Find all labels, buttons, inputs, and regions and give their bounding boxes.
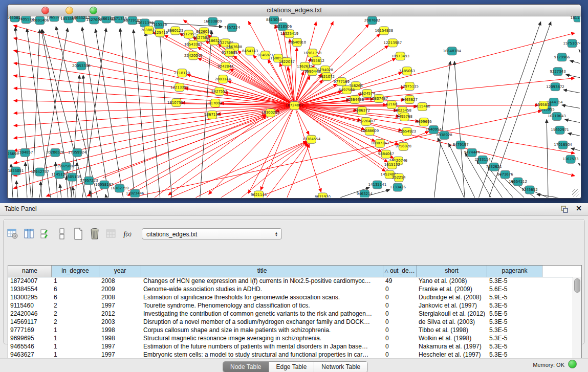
table-cell: 0	[383, 310, 417, 318]
table-row[interactable]: 1872400712008Changes of HCN gene express…	[8, 277, 573, 285]
svg-text:8671920: 8671920	[315, 195, 331, 198]
table-cell: Structural magnetic resonance image aver…	[141, 334, 383, 342]
delete-column-icon[interactable]	[89, 227, 101, 240]
svg-text:9463214: 9463214	[357, 192, 373, 196]
table-cell: Stergiakouli et al. (2012)	[417, 310, 487, 318]
svg-text:9245652: 9245652	[522, 188, 538, 192]
table-row[interactable]: 1938455462009Genome-wide association stu…	[8, 285, 573, 293]
svg-text:1125419: 1125419	[152, 31, 168, 35]
table-panel-header: Table Panel ✕	[0, 203, 588, 216]
table-cell: 9115460	[8, 301, 52, 310]
table-settings-icon[interactable]	[7, 227, 19, 240]
tab-node-table[interactable]: Node Table	[223, 362, 269, 372]
table-cell: 1	[52, 277, 99, 285]
svg-text:17359924: 17359924	[68, 150, 86, 155]
svg-text:16033809: 16033809	[204, 19, 222, 24]
table-vertical-scrollbar[interactable]	[573, 277, 581, 358]
table-cell: 1	[52, 351, 99, 358]
table-row[interactable]: 969969511998Structural magnetic resonanc…	[8, 334, 573, 342]
table-row[interactable]: 946554611997Estimation of the future num…	[8, 342, 573, 351]
table-cell: 9777169	[8, 326, 52, 334]
svg-text:9899695: 9899695	[416, 120, 432, 124]
column-header-title[interactable]: title	[141, 266, 383, 277]
column-header-short[interactable]: short	[417, 266, 487, 277]
svg-text:19975887: 19975887	[57, 164, 75, 168]
column-header-in_degree[interactable]: in_degree	[52, 266, 99, 277]
column-header-pagerank[interactable]: pagerank	[487, 266, 542, 277]
svg-text:10807487: 10807487	[370, 97, 388, 101]
table-row[interactable]: 1830029562008Estimation of significance …	[8, 293, 573, 301]
table-cell: Corpus callosum shape and size in male p…	[141, 326, 383, 334]
window-title: citations_edges.txt	[267, 6, 322, 14]
svg-text:1811306: 1811306	[570, 16, 580, 20]
close-panel-icon[interactable]: ✕	[576, 204, 582, 212]
svg-text:10654112: 10654112	[509, 180, 527, 184]
column-header-out_de[interactable]: △out_de…	[383, 266, 417, 277]
svg-text:20206576: 20206576	[46, 150, 64, 155]
svg-text:14135141: 14135141	[368, 183, 387, 187]
table-cell: 9465546	[8, 342, 52, 351]
svg-text:7955812: 7955812	[309, 59, 324, 63]
table-panel: Table Panel ✕	[0, 203, 588, 372]
table-cell: Wolkin et al. (1998)	[417, 334, 487, 342]
memory-status-label: Memory: OK	[533, 362, 564, 368]
svg-text:9621143: 9621143	[251, 193, 267, 197]
zoom-window-button[interactable]	[90, 7, 97, 14]
svg-text:3624574: 3624574	[359, 92, 376, 96]
close-window-button[interactable]	[41, 7, 49, 14]
citation-network-graph[interactable]: 1872400716408542405572206914061965371185…	[8, 16, 580, 198]
svg-text:2933114: 2933114	[475, 158, 491, 162]
window-titlebar[interactable]: citations_edges.txt	[8, 5, 581, 16]
network-canvas[interactable]: 1872400716408542405572206914061965371185…	[8, 16, 580, 198]
network-view-window: citations_edges.txt 18724007164085424055…	[7, 4, 581, 199]
svg-text:16543382: 16543382	[184, 42, 203, 47]
table-cell: 1	[52, 326, 99, 334]
table-row[interactable]: 1456911722003Disruption of a novel membe…	[8, 318, 573, 326]
svg-text:15751074: 15751074	[563, 41, 580, 46]
row-height-icon[interactable]	[56, 227, 68, 240]
svg-text:1615132: 1615132	[384, 163, 400, 167]
memory-ok-indicator[interactable]	[568, 360, 577, 368]
svg-text:16154838: 16154838	[375, 29, 394, 33]
table-cell: 5.3E-5	[487, 318, 542, 326]
table-cell: 49	[383, 277, 417, 285]
svg-text:7515526: 7515526	[151, 23, 167, 27]
table-row[interactable]: 977716911998Corpus callosum shape and si…	[8, 326, 573, 334]
sort-indicator-icon: △	[384, 268, 388, 274]
svg-text:12213399: 12213399	[170, 85, 189, 90]
table-cell: 2003	[99, 318, 141, 326]
svg-text:6794028: 6794028	[317, 68, 333, 72]
svg-text:10025458: 10025458	[394, 108, 412, 113]
table-cell: Hescheler et al. (1997)	[417, 351, 487, 358]
svg-text:8226058: 8226058	[196, 30, 212, 34]
table-row[interactable]: 2242004622012Investigating the contribut…	[8, 310, 573, 318]
svg-text:10973493: 10973493	[391, 54, 410, 58]
svg-text:19654923: 19654923	[398, 129, 417, 134]
svg-text:8454743: 8454743	[242, 49, 258, 53]
table-cell: 2	[52, 310, 99, 318]
table-cell: Tourette syndrome. Phenomenology and cla…	[141, 301, 383, 310]
column-visibility-icon[interactable]	[23, 227, 35, 240]
scrollbar-thumb[interactable]	[574, 278, 580, 293]
select-rows-icon[interactable]	[39, 227, 52, 240]
column-header-name[interactable]: name	[8, 266, 52, 277]
table-row[interactable]: 911546021997Tourette syndrome. Phenomeno…	[8, 301, 573, 310]
tab-edge-table[interactable]: Edge Table	[269, 362, 315, 372]
table-row[interactable]: 946362711997Embryonic stem cells: a mode…	[8, 351, 573, 358]
window-resize-grip[interactable]	[572, 189, 579, 196]
function-builder-icon[interactable]: f(x)	[121, 227, 134, 240]
svg-text:9463627: 9463627	[402, 98, 418, 102]
svg-text:15720407: 15720407	[357, 119, 376, 123]
table-select-dropdown[interactable]: citations_edges.txt ▲▼	[142, 228, 282, 239]
table-cell: 0	[383, 351, 417, 358]
table-cell: 0	[383, 301, 417, 310]
column-header-year[interactable]: year	[99, 266, 141, 277]
svg-text:817004: 817004	[208, 101, 222, 105]
minimize-window-button[interactable]	[66, 7, 73, 14]
delete-table-icon[interactable]	[105, 227, 117, 240]
new-column-icon[interactable]	[72, 227, 84, 240]
tab-network-table[interactable]: Network Table	[314, 362, 367, 372]
table-cell: 2008	[99, 277, 141, 285]
float-panel-icon[interactable]	[560, 205, 569, 213]
table-cell: 6	[52, 293, 99, 301]
